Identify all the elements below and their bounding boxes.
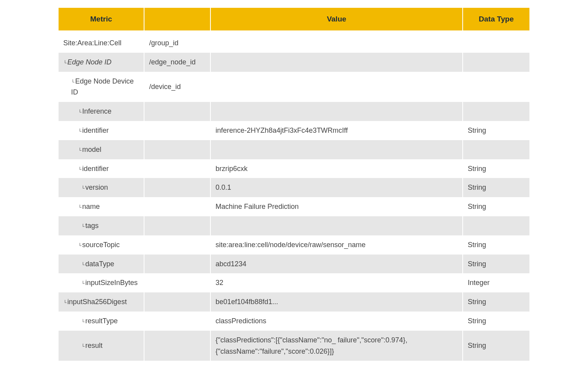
cell-value — [211, 72, 463, 102]
metric-label: name — [82, 203, 100, 210]
header-metric: Metric — [59, 8, 144, 34]
cell-value: Machine Failure Prediction — [211, 197, 463, 216]
table-row: └resultTypeclassPredictionsString — [59, 312, 529, 331]
table-row: └result{"classPredictions":[{"className"… — [59, 331, 529, 361]
cell-value: abcd1234 — [211, 255, 463, 274]
table-row: └inputSizeInBytes32Integer — [59, 273, 529, 292]
cell-datatype — [463, 72, 529, 102]
cell-path: /group_id — [144, 34, 211, 53]
cell-metric: └dataType — [59, 255, 144, 274]
cell-metric: └identifier — [59, 159, 144, 178]
cell-value: classPredictions — [211, 312, 463, 331]
tree-branch-icon: └ — [63, 300, 67, 305]
cell-path: /edge_node_id — [144, 53, 211, 72]
metric-label: inputSha256Digest — [68, 298, 127, 306]
table-row: └sourceTopicsite:area:line:cell/node/dev… — [59, 235, 529, 255]
table-row: └model — [59, 140, 529, 159]
cell-path — [144, 292, 211, 312]
cell-metric: └Edge Node Device ID — [59, 72, 144, 102]
cell-metric: └result — [59, 331, 144, 361]
cell-datatype: String — [463, 121, 529, 140]
cell-metric: └tags — [59, 216, 144, 235]
metric-label: identifier — [82, 126, 109, 134]
cell-datatype: String — [463, 235, 529, 255]
cell-value: inference-2HYZh8a4jtFi3xFc4e3TWRmcIff — [211, 121, 463, 140]
cell-datatype: Integer — [463, 273, 529, 292]
metric-label: inputSizeInBytes — [86, 279, 138, 287]
metric-label: Site:Area:Line:Cell — [63, 39, 121, 47]
cell-path — [144, 273, 211, 292]
header-value: Value — [211, 8, 463, 34]
cell-metric: └sourceTopic — [59, 235, 144, 255]
table-row: └version0.0.1String — [59, 178, 529, 197]
cell-value — [211, 216, 463, 235]
metric-label: identifier — [82, 165, 109, 173]
cell-metric: └name — [59, 197, 144, 216]
tree-branch-icon: └ — [81, 281, 85, 286]
table-row: └Edge Node ID/edge_node_id — [59, 53, 529, 72]
cell-path: /device_id — [144, 72, 211, 102]
cell-value: site:area:line:cell/node/device/raw/sens… — [211, 235, 463, 255]
cell-value — [211, 34, 463, 53]
cell-path — [144, 102, 211, 121]
tree-branch-icon: └ — [81, 262, 85, 267]
cell-path — [144, 140, 211, 159]
cell-path — [144, 197, 211, 216]
metric-label: result — [86, 342, 103, 349]
cell-path — [144, 312, 211, 331]
cell-value: {"classPredictions":[{"className":"no_ f… — [211, 331, 463, 361]
header-path — [144, 8, 211, 34]
metric-label: model — [82, 146, 102, 153]
tree-branch-icon: └ — [63, 60, 67, 66]
table-row: └Edge Node Device ID/device_id — [59, 72, 529, 102]
table-row: └tags — [59, 216, 529, 235]
cell-metric: └inputSizeInBytes — [59, 273, 144, 292]
cell-path — [144, 159, 211, 178]
tree-branch-icon: └ — [81, 185, 85, 191]
cell-datatype: String — [463, 197, 529, 216]
cell-datatype: String — [463, 292, 529, 312]
cell-path — [144, 331, 211, 361]
cell-datatype — [463, 216, 529, 235]
header-datatype: Data Type — [463, 8, 529, 34]
metric-label: tags — [86, 222, 99, 230]
cell-datatype: String — [463, 178, 529, 197]
tree-branch-icon: └ — [78, 205, 82, 210]
cell-metric: └Inference — [59, 102, 144, 121]
cell-value: 0.0.1 — [211, 178, 463, 197]
table-row: └nameMachine Failure PredictionString — [59, 197, 529, 216]
table-row: Site:Area:Line:Cell/group_id — [59, 34, 529, 53]
tree-branch-icon: └ — [78, 128, 82, 134]
tree-branch-icon: └ — [78, 148, 82, 153]
metric-label: sourceTopic — [82, 241, 120, 249]
cell-metric: └model — [59, 140, 144, 159]
metric-label: resultType — [86, 317, 118, 325]
table-header-row: Metric Value Data Type — [59, 8, 529, 34]
metric-label: Inference — [82, 107, 112, 115]
metric-label: Edge Node ID — [68, 58, 112, 66]
table-row: └inputSha256Digestbe01ef104fb88fd1...Str… — [59, 292, 529, 312]
cell-metric: └resultType — [59, 312, 144, 331]
metric-label: dataType — [86, 260, 114, 268]
cell-datatype: String — [463, 255, 529, 274]
cell-datatype: String — [463, 159, 529, 178]
tree-branch-icon: └ — [78, 109, 82, 115]
cell-metric: └inputSha256Digest — [59, 292, 144, 312]
cell-value — [211, 140, 463, 159]
tree-branch-icon: └ — [81, 319, 85, 324]
metric-label: Edge Node Device ID — [71, 77, 134, 96]
table-row: └identifierinference-2HYZh8a4jtFi3xFc4e3… — [59, 121, 529, 140]
cell-path — [144, 216, 211, 235]
cell-datatype: String — [463, 312, 529, 331]
metric-label: version — [86, 183, 108, 191]
cell-metric: └version — [59, 178, 144, 197]
cell-value: 32 — [211, 273, 463, 292]
tree-branch-icon: └ — [81, 224, 85, 229]
table-row: └identifierbrzrip6cxkString — [59, 159, 529, 178]
cell-metric: Site:Area:Line:Cell — [59, 34, 144, 53]
cell-datatype: String — [463, 331, 529, 361]
tree-branch-icon: └ — [78, 243, 82, 248]
cell-datatype — [463, 140, 529, 159]
cell-value: be01ef104fb88fd1... — [211, 292, 463, 312]
tree-branch-icon: └ — [71, 79, 75, 85]
